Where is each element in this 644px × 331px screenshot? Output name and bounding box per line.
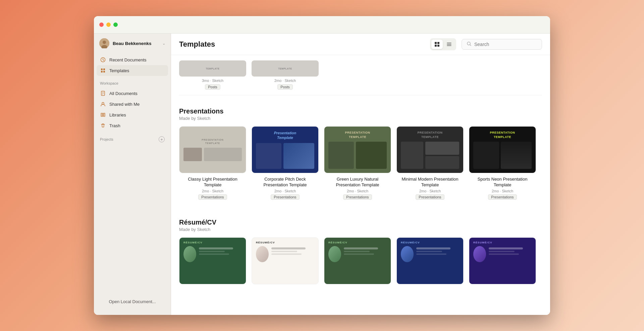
svg-rect-4 <box>101 68 103 70</box>
thumb-inner-label: Résumé/CV <box>473 241 532 244</box>
traffic-lights <box>99 22 118 27</box>
sidebar-item-shared[interactable]: Shared with Me <box>97 99 168 109</box>
workspace-section-label: Workspace <box>94 77 171 87</box>
list-item[interactable]: Résumé/CV <box>469 237 536 288</box>
view-toggle <box>430 38 456 50</box>
sidebar-item-label: Recent Documents <box>109 57 147 62</box>
content-area: Templates <box>171 34 550 315</box>
workspace-nav: All Documents Shared with Me <box>94 87 171 132</box>
add-project-button[interactable]: + <box>159 136 165 142</box>
sidebar-item-trash[interactable]: Trash <box>97 120 168 131</box>
maximize-button[interactable] <box>113 22 118 27</box>
thumb-inner-label: Résumé/CV <box>183 241 242 244</box>
card-name: Sports Neon Presentation Template <box>469 177 536 188</box>
sidebar-item-recent[interactable]: Recent Documents <box>97 54 168 65</box>
card-name: Minimal Modern Presentation Template <box>396 177 464 188</box>
card-meta: 3mo · Sketch <box>179 79 246 83</box>
sidebar-item-label: Trash <box>109 123 120 128</box>
list-item[interactable]: Résumé/CV <box>324 237 391 288</box>
trash-icon <box>100 123 106 129</box>
grid-icon <box>100 67 106 74</box>
svg-rect-16 <box>437 45 439 47</box>
list-item[interactable]: Template 3mo · Sketch Posts <box>179 60 246 90</box>
card-tag: Presentations <box>343 194 372 200</box>
main-layout: Beau Bekkenenks ⌄ Recent Documents <box>94 34 550 315</box>
content-scroll[interactable]: Template 3mo · Sketch Posts Template <box>171 55 550 315</box>
list-item[interactable]: PresentationTemplate Minima <box>396 126 464 200</box>
svg-rect-14 <box>437 42 439 44</box>
card-thumbnail: PRESENTATIONTEMPLATE <box>179 126 246 173</box>
sidebar-item-libraries[interactable]: Libraries <box>97 109 168 120</box>
partial-top-section: Template 3mo · Sketch Posts Template <box>179 55 542 95</box>
list-item[interactable]: Template 2mo · Sketch Posts <box>252 60 319 90</box>
card-thumbnail: Résumé/CV <box>252 237 319 284</box>
person-icon <box>100 101 106 107</box>
card-thumbnail: PresentationTemplate <box>324 126 391 173</box>
open-local-button[interactable]: Open Local Document... <box>97 296 168 307</box>
card-thumbnail: Résumé/CV <box>324 237 391 284</box>
card-name: Green Luxury Natural Presentation Templa… <box>324 177 391 188</box>
resume-grid: Résumé/CV <box>179 237 542 288</box>
svg-rect-12 <box>104 113 105 116</box>
list-item[interactable]: Résumé/CV <box>252 237 319 288</box>
list-view-button[interactable] <box>443 40 455 49</box>
svg-rect-11 <box>103 113 104 116</box>
projects-section: Projects + <box>94 132 171 144</box>
card-meta: 2mo · Sketch <box>252 79 319 83</box>
card-tag: Presentations <box>416 194 444 200</box>
thumb-inner-label: PresentationTemplate <box>328 131 387 139</box>
card-thumbnail: Résumé/CV <box>396 237 464 284</box>
partial-cards: Template 3mo · Sketch Posts Template <box>179 60 542 90</box>
card-thumbnail: Résumé/CV <box>179 237 246 284</box>
svg-rect-13 <box>435 42 437 44</box>
thumb-inner-label: Résumé/CV <box>256 241 314 244</box>
thumb-inner-label: Résumé/CV <box>328 241 387 244</box>
resume-section-heading: Résumé/CV Made by Sketch <box>179 209 542 237</box>
card-meta: 2mo · Sketch <box>469 189 536 193</box>
svg-point-1 <box>103 41 106 44</box>
card-thumbnail: Template <box>179 60 246 77</box>
sidebar-nav: Recent Documents Templates <box>94 53 171 77</box>
svg-rect-15 <box>435 45 437 47</box>
thumb-image <box>183 148 202 161</box>
card-meta: 2mo · Sketch <box>324 189 391 193</box>
user-name: Beau Bekkenenks <box>113 41 159 46</box>
card-name: Corporate Pitch Deck Presentation Templa… <box>252 177 319 188</box>
svg-rect-7 <box>103 71 105 73</box>
thumb-inner-label: PresentationTemplate <box>401 131 459 139</box>
page-title: Templates <box>179 40 425 49</box>
app-window: Beau Bekkenenks ⌄ Recent Documents <box>94 16 550 315</box>
list-item[interactable]: Résumé/CV <box>179 237 246 288</box>
grid-view-button[interactable] <box>431 40 443 49</box>
sidebar-item-all-documents[interactable]: All Documents <box>97 88 168 99</box>
svg-rect-10 <box>101 113 102 116</box>
card-tag: Presentations <box>271 194 299 200</box>
sidebar-item-label: Templates <box>109 68 129 73</box>
close-button[interactable] <box>99 22 104 27</box>
list-item[interactable]: PresentationTemplate Corporate Pitch Dec… <box>252 126 319 200</box>
content-header: Templates <box>171 34 550 55</box>
sidebar-item-label: Shared with Me <box>109 102 140 107</box>
svg-point-9 <box>102 102 104 104</box>
resume-section: Résumé/CV Made by Sketch Résumé/CV <box>179 200 542 293</box>
clock-icon <box>100 57 106 63</box>
projects-label: Projects <box>100 137 113 141</box>
card-thumbnail: PresentationTemplate <box>396 126 464 173</box>
search-box[interactable] <box>462 39 542 50</box>
card-tag: Presentations <box>198 194 227 200</box>
thumb-inner-label: PRESENTATIONTEMPLATE <box>183 138 242 145</box>
card-thumbnail: Template <box>252 60 319 77</box>
list-item[interactable]: PRESENTATIONTEMPLATE Classy Light Presen… <box>179 126 246 200</box>
list-item[interactable]: PresentationTemplate Sports Neon Present… <box>469 126 536 200</box>
books-icon <box>100 112 106 118</box>
minimize-button[interactable] <box>106 22 111 27</box>
user-profile[interactable]: Beau Bekkenenks ⌄ <box>94 34 171 53</box>
svg-rect-6 <box>101 71 103 73</box>
search-input[interactable] <box>474 42 537 47</box>
list-item[interactable]: Résumé/CV <box>396 237 464 288</box>
card-tag: Posts <box>205 84 220 90</box>
list-item[interactable]: PresentationTemplate Green Luxury Natura… <box>324 126 391 200</box>
sidebar-item-templates[interactable]: Templates <box>97 65 168 76</box>
sidebar: Beau Bekkenenks ⌄ Recent Documents <box>94 34 171 315</box>
card-tag: Presentations <box>488 194 517 200</box>
